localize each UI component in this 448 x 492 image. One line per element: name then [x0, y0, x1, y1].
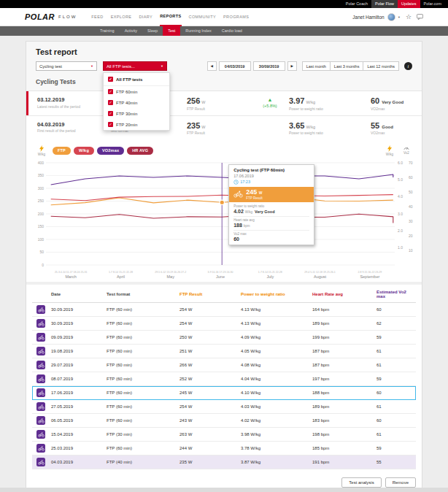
table-row[interactable]: 08.07.2019FTP (60 min)252 W4.04 W/kg197 … [32, 372, 416, 386]
sport-icon-cell [32, 304, 50, 315]
chevron-down-icon: ▼ [161, 64, 163, 68]
subnav-item-cardio-load[interactable]: Cardio load [217, 26, 247, 36]
cell-test-format: FTP (60 min) [105, 306, 178, 313]
checkbox-checked-icon[interactable]: ✓ [108, 89, 113, 94]
table-row[interactable]: 17.06.2019FTP (60 min)245 W4.10 W/kg188 … [32, 386, 416, 400]
legend-vo2max[interactable]: VO2max [97, 147, 124, 155]
chart-tooltip: Cycling test (FTP 60min) 17.06.2019 17:2… [228, 164, 314, 245]
cell-ftp-result: 254 W [178, 306, 239, 313]
topbar-link-polar-coach[interactable]: Polar Coach [342, 0, 371, 8]
checkbox-checked-icon[interactable]: ✓ [108, 77, 113, 82]
subnav: TrainingActivitySleepTestRunning IndexCa… [0, 26, 448, 36]
cell-power-to-weight: 4.02 W/kg [239, 417, 311, 424]
subnav-item-training[interactable]: Training [95, 26, 120, 36]
week-ticks: 1-7 8-14 15-21 22-28 [96, 271, 145, 274]
date-from-input[interactable]: 04/03/2019 [219, 61, 251, 71]
table-header: DateTest formatFTP ResultPower to weight… [32, 286, 416, 303]
cell-vo2max: 59 [375, 334, 416, 341]
sport-select-value: Cycling test [39, 64, 62, 69]
remove-button[interactable]: Remove [385, 477, 416, 488]
table-row[interactable]: 15.04.2019FTP (30 min)263 W3.98 W/kg198 … [32, 428, 416, 442]
topbar-link-updates[interactable]: Updates [398, 0, 420, 8]
prev-period-button[interactable]: ◀ [207, 61, 217, 71]
cell-test-format: FTP (60 min) [105, 417, 178, 424]
table-row[interactable]: 30.09.2019FTP (60 min)254 W4.13 W/kg164 … [32, 303, 416, 317]
topbar-link-polar-flow[interactable]: Polar Flow [371, 0, 398, 8]
user-name[interactable]: Janet Hamilton [352, 15, 384, 20]
cell-vo2max: 61 [375, 403, 416, 410]
cell-power-to-weight: 4.05 W/kg [239, 347, 311, 355]
checkbox-checked-icon[interactable]: ✓ [108, 100, 113, 105]
svg-text:3.0: 3.0 [398, 212, 403, 216]
menu-option-ftp-30min[interactable]: ✓FTP 30min [104, 108, 169, 119]
week-ticks: 3-9 10-16 17-23 24-30 [196, 271, 245, 274]
chevron-down-icon[interactable]: ▾ [398, 15, 400, 19]
cell-test-format: FTP (60 min) [105, 389, 178, 396]
nav-item-explore[interactable]: EXPLORE [111, 9, 132, 26]
month-label-april: 1-7 8-14 15-21 22-28April [96, 271, 145, 279]
checkbox-checked-icon[interactable]: ✓ [108, 122, 113, 127]
table-row[interactable]: 04.03.2019FTP (40 min)235 W3.87 W/kg191 … [32, 456, 416, 469]
month-label-september: 2-8 9-15 16-22 23-29September [345, 271, 395, 279]
cell-test-format: FTP (60 min) [105, 375, 178, 383]
legend-wkg[interactable]: W/kg [74, 147, 94, 155]
cell-vo2max: 60 [375, 417, 416, 424]
table-row[interactable]: 29.07.2019FTP (60 min)266 W4.08 W/kg187 … [32, 358, 416, 372]
subnav-item-running-index[interactable]: Running Index [180, 26, 216, 36]
test-filter-select[interactable]: All FTP tests... ▼ [103, 61, 167, 71]
nav-item-feed[interactable]: FEED [91, 9, 103, 26]
subnav-item-activity[interactable]: Activity [120, 26, 142, 36]
legend-hravg[interactable]: HR AVG [127, 147, 153, 155]
menu-option-ftp-40min[interactable]: ✓FTP 40min [104, 97, 169, 108]
date-to-input[interactable]: 30/09/2019 [253, 61, 285, 71]
chart-wrap[interactable]: 4003503002502001501005006.05.04.03.02.01… [36, 158, 412, 279]
range-button-last-month[interactable]: Last month [302, 61, 331, 71]
topbar-link-polar-com[interactable]: Polar.com [420, 0, 445, 8]
cycling-icon [36, 388, 45, 397]
range-button-last-3-months[interactable]: Last 3 months [331, 61, 364, 71]
nav-item-diary[interactable]: DIARY [139, 9, 152, 26]
table-row[interactable]: 09.09.2019FTP (60 min)250 W4.09 W/kg199 … [32, 331, 416, 345]
cell-power-to-weight: 4.09 W/kg [239, 334, 311, 341]
sport-select[interactable]: Cycling test ▼ [36, 61, 97, 71]
cell-test-format: FTP (60 min) [105, 361, 178, 369]
tooltip-ftp-banner: 245 W FTP Result [229, 187, 314, 202]
nav-item-community[interactable]: COMMUNITY [189, 9, 217, 26]
table-row[interactable]: 27.05.2019FTP (60 min)254 W4.03 W/kg189 … [32, 400, 416, 414]
menu-option-all-label: All FTP tests [116, 77, 142, 82]
polar-logo[interactable]: POLAR [25, 12, 55, 21]
next-period-button[interactable]: ▶ [287, 61, 297, 71]
test-analysis-button[interactable]: Test analysis [341, 477, 381, 488]
week-ticks: 1-7 8-14 15-21 22-28 [245, 271, 295, 274]
table-row[interactable]: 06.05.2019FTP (60 min)243 W4.02 W/kg183 … [32, 414, 416, 428]
cell-heart-rate: 187 bpm [311, 361, 375, 369]
avatar[interactable] [387, 13, 395, 21]
summary-delta: ▲(+5.8%) [251, 96, 289, 111]
info-icon[interactable]: i [404, 62, 412, 70]
feedback-bubble-icon[interactable] [417, 14, 423, 20]
topbar-links: Polar CoachPolar FlowUpdatesPolar.com [342, 0, 445, 8]
subnav-item-sleep[interactable]: Sleep [142, 26, 163, 36]
sport-icon-cell [32, 318, 50, 329]
nav-item-programs[interactable]: PROGRAMS [223, 9, 249, 26]
checkbox-checked-icon[interactable]: ✓ [108, 111, 113, 116]
table-row[interactable]: 19.08.2019FTP (60 min)251 W4.05 W/kg187 … [32, 345, 416, 358]
cell-vo2max: 59 [375, 375, 416, 383]
cell-heart-rate: 188 bpm [311, 389, 375, 396]
app-header: POLAR FLOW FEEDEXPLOREDIARYREPORTSCOMMUN… [0, 8, 448, 26]
menu-option-ftp-60min[interactable]: ✓FTP 60min [104, 86, 169, 97]
month-label-august: 29-4 5-11 12-18 19-25 26-1August [295, 271, 344, 279]
legend-ftp[interactable]: FTP [53, 147, 71, 155]
nav-item-reports[interactable]: REPORTS [160, 8, 181, 26]
cycling-icon [36, 305, 45, 314]
menu-option-ftp-20min[interactable]: ✓FTP 20min [104, 119, 169, 130]
summary-date: 03.12.2019Latest results of the period [37, 96, 110, 111]
table-row[interactable]: 25.03.2019FTP (60 min)244 W3.78 W/kg185 … [32, 442, 416, 456]
favorites-star-icon[interactable]: ☆ [406, 13, 412, 20]
menu-option-all[interactable]: ✓ All FTP tests [104, 73, 169, 86]
range-button-last-12-months[interactable]: Last 12 months [363, 61, 399, 71]
subnav-item-test[interactable]: Test [163, 26, 180, 36]
table-row[interactable]: 30.09.2019FTP (60 min)254 W4.13 W/kg189 … [32, 317, 416, 331]
menu-option-label: FTP 40min [116, 101, 137, 105]
cell-date: 25.03.2019 [50, 445, 105, 452]
